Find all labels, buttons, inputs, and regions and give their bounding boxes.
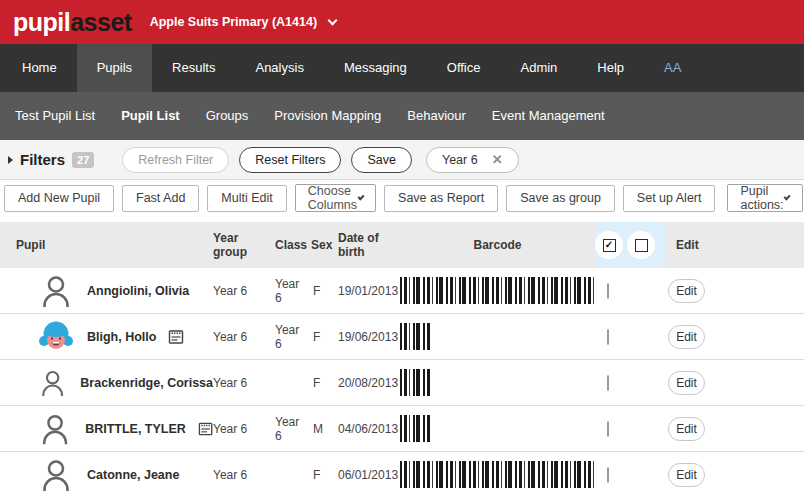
row-checkbox[interactable] [607,329,609,345]
year-group-cell: Year 6 [213,468,275,482]
add-new-pupil-button[interactable]: Add New Pupil [4,185,114,212]
select-cell [595,468,665,482]
main-nav: HomePupilsResultsAnalysisMessagingOffice… [0,44,804,92]
save-as-report-button[interactable]: Save as Report [384,185,498,212]
checked-checkbox-icon: ✓ [603,239,616,252]
select-cell [595,376,665,390]
pupil-row: Catonne, Jeane Year 6 F 06/01/2013 Edit [0,452,804,495]
filters-title: Filters [20,151,65,168]
row-edit-button[interactable]: Edit [668,371,705,395]
barcode-image [400,277,597,304]
save-filter-button[interactable]: Save [351,147,412,173]
nav-item-aa[interactable]: AA [644,44,701,92]
reset-filters-button[interactable]: Reset Filters [239,147,341,173]
column-header-pupil: Pupil [0,238,213,252]
column-header-edit: Edit [665,238,717,252]
barcode-cell [400,369,595,396]
edit-cell: Edit [665,279,717,303]
select-cell [595,284,665,298]
year-group-cell: Year 6 [213,376,275,390]
select-all-button[interactable]: ✓ [595,231,623,259]
deselect-all-button[interactable] [627,231,655,259]
pupil-name[interactable]: Catonne, Jeane [87,468,179,482]
edit-cell: Edit [665,371,717,395]
school-selector[interactable]: Apple Suits Primary (A1414) [150,15,336,29]
nav-item-pupils[interactable]: Pupils [77,44,152,92]
barcode-image [400,369,431,396]
pupil-name[interactable]: BRITTLE, TYLER [85,422,186,436]
set-up-alert-button[interactable]: Set up Alert [623,185,716,212]
generic-avatar-icon [38,365,67,401]
nav-item-office[interactable]: Office [427,44,501,92]
select-column-header: ✓ [595,222,665,268]
class-cell: Year 6 [275,277,308,305]
subnav-item-provision-mapping[interactable]: Provision Mapping [261,92,394,140]
pupil-row: Bligh, Hollo Year 6 Year 6 F 19/06/2013 … [0,314,804,360]
column-header-year-group: Year group [213,231,275,259]
column-header-class: Class [275,238,308,252]
nav-item-results[interactable]: Results [152,44,235,92]
row-edit-button[interactable]: Edit [668,463,705,487]
empty-checkbox-icon [635,239,648,252]
column-header-sex: Sex [308,238,338,252]
generic-avatar-icon [38,457,74,493]
subnav-item-behaviour[interactable]: Behaviour [394,92,479,140]
filter-chip-year6[interactable]: Year 6 ✕ [426,147,519,173]
row-checkbox[interactable] [607,467,609,483]
dob-cell: 04/06/2013 [338,422,400,436]
note-icon[interactable] [198,421,213,437]
row-edit-button[interactable]: Edit [668,279,705,303]
year-group-cell: Year 6 [213,330,275,344]
select-cell [595,422,665,436]
nav-item-analysis[interactable]: Analysis [235,44,323,92]
nav-item-admin[interactable]: Admin [500,44,577,92]
pupil-photo-avatar [38,319,74,355]
chevron-down-icon [328,15,338,25]
dob-cell: 20/08/2013 [338,376,400,390]
sex-cell: F [308,468,338,482]
pupil-actions-select[interactable]: Pupil actions: [727,184,802,212]
app-header: pupilasset Apple Suits Primary (A1414) [0,0,804,44]
sex-cell: F [308,284,338,298]
save-as-group-button[interactable]: Save as group [506,185,615,212]
barcode-image [400,323,431,350]
multi-edit-button[interactable]: Multi Edit [207,185,286,212]
dob-cell: 06/01/2013 [338,468,400,482]
sex-cell: F [308,376,338,390]
pupil-row: Anngiolini, Olivia Year 6 Year 6 F 19/01… [0,268,804,314]
barcode-cell [400,277,595,304]
pupil-cell: Bligh, Hollo [0,319,213,355]
row-checkbox[interactable] [607,421,609,437]
subnav-item-pupil-list[interactable]: Pupil List [108,92,193,140]
generic-avatar-icon [38,273,74,309]
select-cell [595,330,665,344]
nav-item-messaging[interactable]: Messaging [324,44,427,92]
row-checkbox[interactable] [607,283,609,299]
close-icon[interactable]: ✕ [492,153,503,166]
nav-item-help[interactable]: Help [577,44,644,92]
row-edit-button[interactable]: Edit [668,325,705,349]
refresh-filter-button[interactable]: Refresh Filter [122,147,229,173]
filters-toggle[interactable]: Filters 27 [8,151,94,168]
fast-add-button[interactable]: Fast Add [122,185,199,212]
pupil-table-body: Anngiolini, Olivia Year 6 Year 6 F 19/01… [0,268,804,495]
pupil-actions-value: Pupil actions: [740,184,785,212]
subnav-item-test-pupil-list[interactable]: Test Pupil List [2,92,108,140]
note-icon[interactable] [168,329,184,345]
barcode-cell [400,323,595,350]
pupil-cell: Catonne, Jeane [0,457,213,493]
pupil-name[interactable]: Bligh, Hollo [87,330,156,344]
row-edit-button[interactable]: Edit [668,417,705,441]
barcode-image [400,461,597,488]
pupil-cell: BRITTLE, TYLER [0,411,213,447]
subnav-item-groups[interactable]: Groups [193,92,262,140]
pupil-cell: Brackenridge, Corissa [0,365,213,401]
logo-part-asset: asset [70,8,131,36]
choose-columns-select[interactable]: Choose Columns [295,184,376,212]
pupil-name[interactable]: Anngiolini, Olivia [87,284,189,298]
subnav-item-event-management[interactable]: Event Management [479,92,618,140]
nav-item-home[interactable]: Home [2,44,77,92]
pupil-name[interactable]: Brackenridge, Corissa [80,376,213,390]
choose-columns-value: Choose Columns [308,184,359,212]
row-checkbox[interactable] [607,375,609,391]
